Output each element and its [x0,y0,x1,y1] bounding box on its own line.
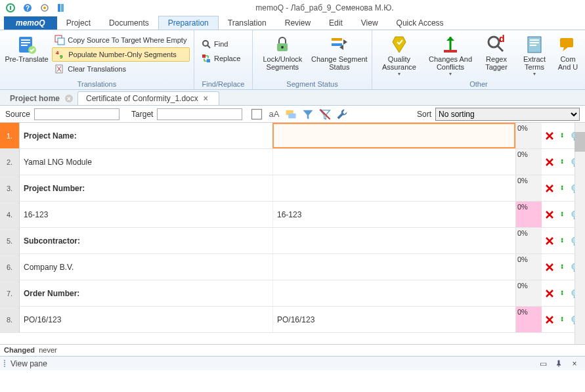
status-icon[interactable] [542,307,557,332]
case-icon[interactable]: aA [267,108,280,121]
minimize-pane-icon[interactable]: ▭ [536,357,550,370]
pin-icon[interactable] [552,357,565,370]
svg-rect-41 [561,185,563,187]
table-row[interactable]: 5.Subcontractor:0% [0,228,585,254]
tab-translation[interactable]: Translation [219,16,276,30]
svg-rect-23 [332,43,342,46]
source-cell[interactable]: Project Name: [20,123,272,148]
row-number: 7. [0,280,20,306]
table-row[interactable]: 8.PO/16/123PO/16/1230% [0,307,585,333]
svg-rect-51 [561,267,563,269]
source-cell[interactable]: 16-123 [20,202,272,227]
change-status-button[interactable]: Change Segment Status [311,32,368,71]
filter-clear-icon[interactable] [318,108,332,121]
status-icon[interactable] [542,149,557,175]
tab-preparation[interactable]: Preparation [158,16,219,30]
view-pane-bar[interactable]: View pane ▭ × [0,356,585,370]
translation-grid: 1.Project Name:0%2.Yamal LNG Module0%3.P… [0,123,585,344]
tab-quick-access[interactable]: Quick Access [387,16,453,30]
target-cell[interactable] [272,254,515,280]
tags-icon[interactable] [284,108,297,121]
source-cell[interactable]: Subcontractor: [20,228,272,253]
ribbon: Pre-Translate Copy Source To Target Wher… [0,30,585,90]
table-row[interactable]: 2.Yamal LNG Module0% [0,149,585,175]
status-icon[interactable] [542,280,557,306]
table-row[interactable]: 3.Project Number:0% [0,175,585,202]
toggle-icon[interactable] [250,108,263,121]
options-icon[interactable] [38,1,51,14]
status-icon[interactable] [542,228,557,253]
filter-icon[interactable] [301,108,314,121]
status-icon[interactable] [542,175,557,201]
source-cell[interactable]: PO/16/123 [20,307,272,332]
tab-project-home[interactable]: Project home × [1,91,76,105]
target-cell[interactable] [272,123,515,148]
ribbon-tabs: memoQ ProjectDocumentsPreparationTransla… [0,15,585,30]
tab-view[interactable]: View [352,16,387,30]
extract-terms-button[interactable]: Extract Terms▾ [517,32,552,77]
svg-rect-9 [21,42,30,43]
group-label-segmentstatus: Segment Status [257,79,368,89]
pretranslate-label: Pre-Translate [5,55,49,63]
replace-button[interactable]: Replace [198,51,243,66]
app-icon[interactable] [4,1,17,14]
copy-source-button[interactable]: Copy Source To Target Where Empty [52,33,190,47]
scrollbar[interactable] [574,123,585,344]
tab-project[interactable]: Project [57,16,100,30]
tab-review[interactable]: Review [276,16,320,30]
close-icon[interactable]: × [204,94,208,103]
find-button[interactable]: Find [198,37,243,51]
app-tab[interactable]: memoQ [4,16,57,30]
source-cell[interactable]: Company B.V. [20,254,272,280]
source-cell[interactable]: Project Number: [20,175,272,201]
target-cell[interactable] [272,280,515,306]
match-percent: 0% [515,202,542,227]
status-icon[interactable] [542,202,557,227]
source-cell[interactable]: Order Number: [20,280,272,306]
sort-select[interactable]: No sorting [435,108,580,121]
pretranslate-button[interactable]: Pre-Translate [4,32,49,63]
svg-rect-38 [561,159,563,161]
svg-rect-56 [561,316,563,318]
svg-rect-35 [561,133,563,135]
regex-tagger-button[interactable]: dRegex Tagger [479,32,514,71]
clear-translations-button[interactable]: Clear Translations [52,62,190,76]
qa-button[interactable]: Quality Assurance▾ [376,32,422,77]
svg-rect-6 [61,4,64,12]
svg-text:d: d [499,34,505,44]
source-cell[interactable]: Yamal LNG Module [20,149,272,175]
status-icon[interactable] [542,254,557,280]
target-cell[interactable]: 16-123 [272,202,515,227]
close-icon[interactable]: × [65,95,73,102]
comments-button[interactable]: Com And U [555,32,581,71]
close-pane-icon[interactable]: × [568,357,581,370]
tab-documents[interactable]: Documents [100,16,158,30]
row-number: 2. [0,149,20,175]
table-row[interactable]: 4.16-12316-1230% [0,202,585,228]
target-cell[interactable] [272,175,515,201]
svg-rect-32 [252,109,262,119]
target-cell[interactable] [272,149,515,175]
changes-conflicts-button[interactable]: Changes And Conflicts▾ [425,32,476,77]
target-cell[interactable]: PO/16/123 [272,307,515,332]
svg-rect-34 [289,113,296,118]
row-number: 4. [0,202,20,227]
svg-point-17 [203,41,208,46]
help-icon[interactable]: ? [21,1,34,14]
table-row[interactable]: 7.Order Number:0% [0,280,585,307]
tab-edit[interactable]: Edit [320,16,352,30]
wrench-icon[interactable] [336,108,349,121]
tab-active-doc[interactable]: Certificate of Conformity_1.docx × [77,91,219,105]
svg-rect-57 [561,319,563,321]
resources-icon[interactable] [55,1,68,14]
lock-segments-button[interactable]: Lock/Unlock Segments [257,32,309,71]
target-filter-input[interactable] [157,108,242,120]
table-row[interactable]: 6.Company B.V.0% [0,254,585,280]
target-cell[interactable] [272,228,515,253]
status-icon[interactable] [542,123,557,148]
svg-rect-8 [21,39,30,41]
source-filter-input[interactable] [34,108,119,120]
svg-rect-10 [21,45,28,46]
table-row[interactable]: 1.Project Name:0% [0,123,585,149]
populate-numbers-button[interactable]: 49 Populate Number-Only Segments [52,47,190,62]
